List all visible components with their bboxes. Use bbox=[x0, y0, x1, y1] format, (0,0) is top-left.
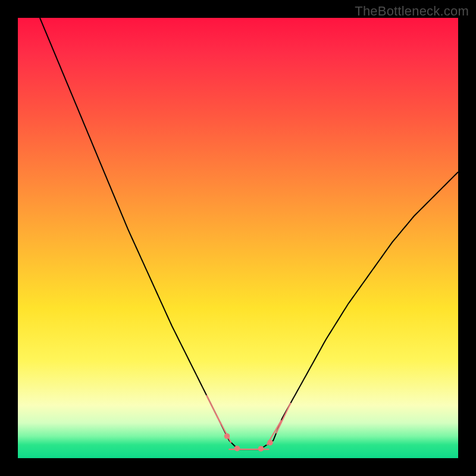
svg-point-2 bbox=[258, 446, 264, 452]
plot-area bbox=[18, 18, 458, 458]
svg-point-3 bbox=[267, 440, 273, 446]
bottleneck-curve bbox=[40, 18, 458, 449]
chart-frame: TheBottleneck.com bbox=[0, 0, 476, 476]
optimal-band bbox=[207, 396, 291, 452]
watermark-text: TheBottleneck.com bbox=[355, 4, 469, 19]
svg-point-1 bbox=[234, 446, 240, 452]
curve-overlay bbox=[18, 18, 458, 458]
svg-point-0 bbox=[224, 433, 230, 439]
